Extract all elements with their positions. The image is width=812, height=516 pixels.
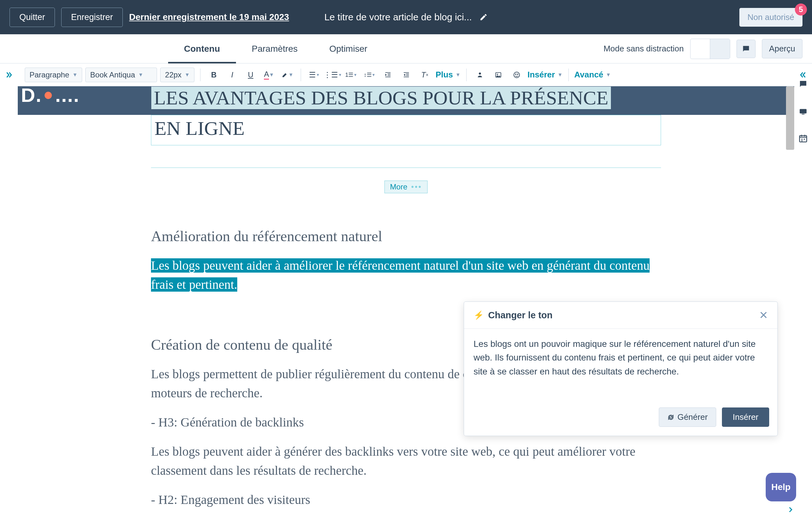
ai-popover: ⚡ Changer le ton ✕ Les blogs ont un pouv… <box>464 301 778 436</box>
advanced-label: Avancé <box>574 70 604 80</box>
comment-icon <box>799 79 808 89</box>
vertical-scrollbar[interactable] <box>786 86 794 150</box>
highlight-icon <box>281 72 288 78</box>
tab-content[interactable]: Contenu <box>168 34 236 63</box>
tab-settings[interactable]: Paramètres <box>236 34 314 63</box>
line-height-button[interactable]: ↕☰▼ <box>362 69 377 81</box>
separator <box>569 69 569 81</box>
chevron-right-icon <box>787 506 794 513</box>
more-format-button[interactable]: Plus▼ <box>435 70 461 80</box>
expand-left-panel[interactable] <box>0 63 18 86</box>
popover-body: Les blogs ont un pouvoir magique sur le … <box>464 329 777 402</box>
toggle-off[interactable] <box>710 39 730 59</box>
last-saved-link[interactable]: Dernier enregistrement le 19 mai 2023 <box>129 12 289 22</box>
svg-point-11 <box>801 140 803 141</box>
article-title-box[interactable]: LES AVANTAGES DES BLOGS POUR LA PRÉSENCE… <box>151 115 661 145</box>
svg-rect-8 <box>800 136 807 142</box>
person-icon <box>477 71 483 79</box>
insert-button[interactable]: Insérer <box>722 407 769 427</box>
numbered-list-button[interactable]: 1☰▼ <box>344 69 359 81</box>
highlight-button[interactable]: ▼ <box>280 69 295 81</box>
rail-comments[interactable] <box>799 79 808 91</box>
refresh-icon <box>667 414 674 421</box>
advanced-dropdown[interactable]: Avancé▼ <box>574 70 611 80</box>
outdent-icon <box>403 72 410 78</box>
preview-button[interactable]: Aperçu <box>762 39 803 58</box>
svg-rect-6 <box>800 109 807 113</box>
bold-button[interactable]: B <box>206 69 222 81</box>
rail-schedule[interactable] <box>799 134 808 145</box>
svg-point-9 <box>801 139 803 140</box>
align-button[interactable]: ☰▼ <box>307 69 322 81</box>
title-area: Le titre de votre article de blog ici... <box>324 12 488 23</box>
bolt-icon: ⚡ <box>473 310 484 320</box>
p-seo: Les blogs peuvent aider à améliorer le r… <box>151 256 661 294</box>
svg-point-3 <box>514 72 520 78</box>
insert-dropdown[interactable]: Insérer▼ <box>527 70 563 80</box>
popover-close[interactable]: ✕ <box>759 309 768 322</box>
style-label: Paragraphe <box>29 71 69 79</box>
svg-point-5 <box>517 74 518 75</box>
clear-format-button[interactable]: T× <box>417 69 432 81</box>
edit-title-icon[interactable] <box>480 13 488 21</box>
save-button[interactable]: Enregistrer <box>61 8 123 27</box>
popover-header: ⚡ Changer le ton ✕ <box>464 302 777 329</box>
rail-devices[interactable] <box>798 107 808 118</box>
p-engagement-h: - H2: Engagement des visiteurs <box>151 490 661 509</box>
separator <box>466 69 467 81</box>
editor-toolbar: Paragraphe▼ Book Antiqua▼ 22px▼ B I U A▼… <box>18 63 794 86</box>
editor-area: D.•.... LES AVANTAGES DES BLOGS POUR LA … <box>18 86 794 516</box>
text-color-button[interactable]: A▼ <box>261 69 277 81</box>
publish-button[interactable]: Non autorisé <box>740 8 803 27</box>
image-icon <box>494 72 502 78</box>
more-chip[interactable]: More ••• <box>384 181 428 193</box>
size-dropdown[interactable]: 22px▼ <box>160 67 195 82</box>
calendar-icon <box>799 134 808 143</box>
plus-label: Plus <box>435 70 453 80</box>
generate-label: Générer <box>677 412 708 422</box>
caret-icon: ▼ <box>138 72 143 78</box>
popover-title: ⚡ Changer le ton <box>473 310 553 321</box>
indent-icon <box>384 72 392 78</box>
toggle-on[interactable] <box>691 39 710 59</box>
font-dropdown[interactable]: Book Antiqua▼ <box>85 67 157 82</box>
device-icon <box>798 107 808 115</box>
tab-optimize[interactable]: Optimiser <box>313 34 383 63</box>
personalize-button[interactable] <box>472 69 488 81</box>
help-collapse[interactable] <box>782 503 799 516</box>
generate-button[interactable]: Générer <box>659 407 716 427</box>
selected-text: Les blogs peuvent aider à améliorer le r… <box>151 258 649 292</box>
comment-icon <box>742 45 751 53</box>
more-label: More <box>390 183 408 191</box>
style-dropdown[interactable]: Paragraphe▼ <box>25 67 82 82</box>
svg-rect-7 <box>802 114 805 114</box>
caret-icon: ▼ <box>72 72 78 78</box>
svg-point-10 <box>804 139 805 140</box>
popover-footer: Générer Insérer <box>464 402 777 436</box>
comments-button[interactable] <box>736 40 756 58</box>
emoji-icon <box>513 71 521 79</box>
h1-line1: LES AVANTAGES DES BLOGS POUR LA PRÉSENCE <box>151 87 611 109</box>
underline-button[interactable]: U <box>243 69 258 81</box>
emoji-button[interactable] <box>509 69 524 81</box>
p-backlinks: Les blogs peuvent aider à générer des ba… <box>151 442 661 480</box>
outdent-button[interactable] <box>399 69 414 81</box>
image-button[interactable] <box>491 69 506 81</box>
indent-button[interactable] <box>380 69 396 81</box>
italic-button[interactable]: I <box>225 69 240 81</box>
page-title: Le titre de votre article de blog ici... <box>324 12 472 23</box>
brand-logo: D.•.... <box>21 86 80 106</box>
insert-label: Insérer <box>527 70 555 80</box>
tabs-right-controls: Mode sans distraction Aperçu <box>604 39 803 59</box>
help-button[interactable]: Help <box>766 473 796 501</box>
h3-seo: Amélioration du référencement naturel <box>151 225 661 247</box>
svg-point-4 <box>516 74 516 75</box>
publish-wrap: Non autorisé 5 <box>740 8 803 27</box>
distraction-toggle[interactable] <box>690 39 730 59</box>
dots-icon: ••• <box>411 183 422 191</box>
svg-point-2 <box>497 74 498 75</box>
caret-icon: ▼ <box>184 72 190 78</box>
quit-button[interactable]: Quitter <box>9 8 55 27</box>
bullet-list-button[interactable]: ⋮☰▼ <box>325 69 340 81</box>
distraction-label: Mode sans distraction <box>604 44 684 54</box>
